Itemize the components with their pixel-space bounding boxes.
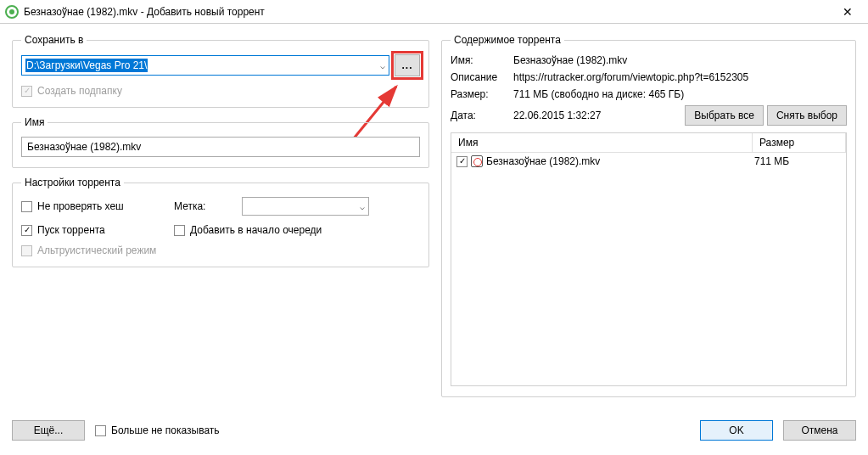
add-front-checkbox[interactable]	[174, 225, 185, 236]
dont-show-label: Больше не показывать	[111, 424, 220, 436]
create-subfolder-label: Создать подпапку	[37, 85, 122, 97]
close-icon: ✕	[843, 5, 853, 19]
info-name-label: Имя:	[451, 54, 510, 66]
left-column: Сохранить в D:\Загрузки\Vegas Pro 21\ ⌵ …	[12, 34, 429, 406]
name-group: Имя Безназоўнае (1982).mkv	[12, 116, 429, 168]
no-check-hash-checkbox[interactable]	[21, 201, 32, 212]
dialog-body: Сохранить в D:\Загрузки\Vegas Pro 21\ ⌵ …	[0, 24, 868, 413]
app-icon	[5, 5, 19, 19]
file-name: Безназоўнае (1982).mkv	[486, 155, 600, 167]
settings-legend: Настройки торрента	[21, 177, 124, 188]
file-table: Имя Размер Безназоўнае (1982).mkv 711 МБ	[451, 132, 847, 386]
content-legend: Содержимое торрента	[451, 34, 564, 46]
file-size: 711 МБ	[748, 155, 841, 167]
altruistic-label: Альтруистический режим	[37, 244, 156, 256]
save-in-group: Сохранить в D:\Загрузки\Vegas Pro 21\ ⌵ …	[12, 34, 429, 108]
info-desc-label: Описание	[451, 71, 510, 83]
browse-button[interactable]: ...	[395, 54, 420, 76]
save-in-legend: Сохранить в	[21, 34, 87, 46]
torrent-name-value: Безназоўнае (1982).mkv	[27, 141, 141, 153]
tag-label: Метка:	[174, 200, 242, 212]
settings-group: Настройки торрента Не проверять хеш Метк…	[12, 177, 429, 267]
dont-show-checkbox[interactable]	[95, 425, 106, 436]
info-size-label: Размер:	[451, 88, 510, 100]
info-date-value: 22.06.2015 1:32:27	[513, 110, 681, 121]
table-row[interactable]: Безназоўнае (1982).mkv 711 МБ	[451, 153, 846, 170]
deselect-all-button[interactable]: Снять выбор	[767, 105, 847, 126]
info-name-value: Безназоўнае (1982).mkv	[513, 54, 847, 66]
video-file-icon	[471, 155, 483, 167]
ok-button[interactable]: OK	[700, 420, 773, 441]
no-check-hash-label: Не проверять хеш	[37, 200, 124, 212]
chevron-down-icon: ⌵	[380, 61, 385, 70]
col-size-header[interactable]: Размер	[753, 133, 846, 152]
chevron-down-icon: ⌵	[360, 202, 365, 211]
name-legend: Имя	[21, 116, 48, 128]
create-subfolder-checkbox	[21, 86, 32, 97]
add-front-label: Добавить в начало очереди	[190, 224, 322, 236]
info-date-label: Дата:	[451, 110, 510, 121]
save-path-combo[interactable]: D:\Загрузки\Vegas Pro 21\ ⌵	[21, 55, 389, 76]
window-title: Безназоўнае (1982).mkv - Добавить новый …	[24, 6, 831, 18]
table-header: Имя Размер	[451, 133, 846, 153]
titlebar: Безназоўнае (1982).mkv - Добавить новый …	[0, 0, 868, 24]
start-torrent-label: Пуск торрента	[37, 224, 105, 236]
start-torrent-checkbox[interactable]	[21, 225, 32, 236]
browse-label: ...	[401, 59, 412, 71]
right-column: Содержимое торрента Имя: Безназоўнае (19…	[441, 34, 856, 406]
close-button[interactable]: ✕	[831, 0, 865, 24]
content-group: Содержимое торрента Имя: Безназоўнае (19…	[441, 34, 856, 397]
info-size-value: 711 МБ (свободно на диске: 465 ГБ)	[513, 88, 847, 100]
tag-combo[interactable]: ⌵	[242, 197, 369, 216]
save-path-value: D:\Загрузки\Vegas Pro 21\	[25, 59, 148, 72]
torrent-name-input[interactable]: Безназоўнае (1982).mkv	[21, 137, 420, 157]
info-desc-value: https://rutracker.org/forum/viewtopic.ph…	[513, 71, 847, 83]
dialog-footer: Ещё... Больше не показывать OK Отмена	[0, 413, 868, 448]
select-all-button[interactable]: Выбрать все	[685, 105, 764, 126]
more-button[interactable]: Ещё...	[12, 420, 85, 441]
cancel-button[interactable]: Отмена	[783, 420, 856, 441]
altruistic-checkbox	[21, 245, 32, 256]
col-name-header[interactable]: Имя	[451, 133, 753, 152]
file-checkbox[interactable]	[456, 156, 468, 167]
